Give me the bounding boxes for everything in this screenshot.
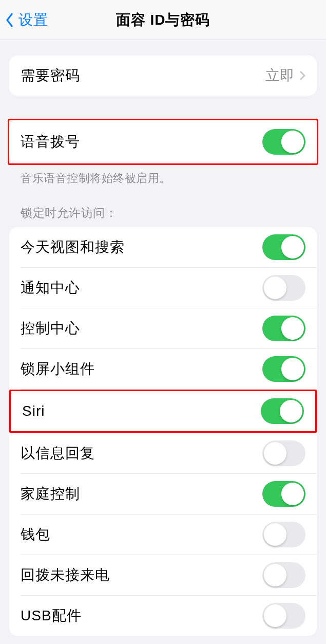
chevron-left-icon [5, 12, 14, 28]
require-passcode-label: 需要密码 [21, 66, 80, 85]
voice-dial-toggle[interactable] [262, 129, 305, 155]
lock-access-label: 回拨未接来电 [21, 565, 110, 585]
toggle-knob [281, 483, 304, 505]
lock-access-label: 通知中心 [21, 278, 80, 298]
back-label: 设置 [18, 10, 48, 30]
lock-access-row: 回拨未接来电 [9, 555, 317, 595]
lock-access-label: 控制中心 [21, 319, 80, 338]
lock-access-row: 钱包 [9, 514, 317, 555]
lock-access-toggle[interactable] [262, 275, 305, 301]
siri-highlight: Siri [9, 390, 317, 433]
lock-access-toggle[interactable] [262, 316, 305, 341]
toggle-knob [281, 236, 304, 259]
lock-access-label: 今天视图和搜索 [21, 237, 125, 257]
lock-access-toggle[interactable] [262, 356, 305, 382]
voice-dial-highlight: 语音拨号 [8, 119, 318, 165]
lock-access-row: 以信息回复 [9, 433, 317, 473]
lock-access-row: USB配件 [9, 596, 317, 636]
toggle-knob [264, 277, 286, 299]
lock-access-group: 今天视图和搜索通知中心控制中心锁屏小组件Siri以信息回复家庭控制钱包回拨未接来… [9, 227, 317, 636]
lock-access-label: 锁屏小组件 [21, 359, 95, 379]
back-button[interactable]: 设置 [0, 10, 48, 30]
lock-section-footer: iPhone 锁定超过一小时后，需先解锁iPhone才能允许USB 配件连接。 [9, 636, 317, 644]
toggle-knob [281, 131, 304, 153]
toggle-knob [264, 564, 286, 586]
toggle-knob [280, 400, 302, 422]
lock-access-label: 以信息回复 [21, 444, 95, 463]
navbar: 设置 面容 ID与密码 [0, 0, 326, 40]
lock-access-row: 锁屏小组件 [9, 349, 317, 389]
lock-access-toggle[interactable] [262, 562, 305, 588]
voice-dial-footer: 音乐语音控制将始终被启用。 [9, 163, 317, 187]
toggle-knob [264, 442, 286, 465]
lock-access-label: Siri [22, 403, 45, 419]
lock-access-label: 家庭控制 [21, 484, 80, 504]
toggle-knob [281, 317, 304, 340]
voice-dial-label: 语音拨号 [21, 132, 80, 152]
lock-access-toggle[interactable] [262, 481, 305, 507]
lock-access-row: 控制中心 [9, 308, 317, 348]
lock-access-toggle[interactable] [262, 440, 305, 466]
lock-access-label: USB配件 [21, 606, 82, 625]
lock-access-toggle[interactable] [262, 234, 305, 260]
lock-section-header: 锁定时允许访问： [9, 205, 317, 227]
lock-access-row: Siri [11, 391, 315, 431]
lock-access-row: 通知中心 [9, 268, 317, 308]
chevron-right-icon [299, 70, 305, 81]
toggle-knob [281, 358, 304, 380]
toggle-knob [264, 604, 286, 627]
lock-access-toggle[interactable] [261, 398, 304, 424]
require-passcode-group: 需要密码 立即 [9, 56, 317, 96]
require-passcode-value: 立即 [265, 66, 294, 85]
require-passcode-row[interactable]: 需要密码 立即 [9, 56, 317, 96]
voice-dial-row: 语音拨号 [9, 120, 317, 163]
lock-access-toggle[interactable] [262, 522, 305, 547]
toggle-knob [264, 523, 286, 546]
lock-access-toggle[interactable] [262, 603, 305, 629]
lock-access-row: 今天视图和搜索 [9, 227, 317, 267]
page-title: 面容 ID与密码 [0, 10, 326, 30]
lock-access-row: 家庭控制 [9, 474, 317, 514]
lock-access-label: 钱包 [21, 525, 50, 544]
